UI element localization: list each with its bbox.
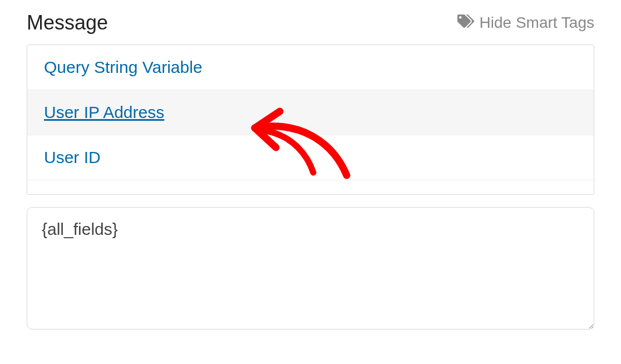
smart-tag-item[interactable]: User IP Address (27, 90, 594, 135)
message-textarea[interactable] (27, 207, 594, 329)
section-title: Message (27, 11, 108, 35)
smart-tag-item[interactable]: User ID (27, 135, 594, 180)
smart-tag-item[interactable]: Query String Variable (27, 45, 594, 90)
hide-smart-tags-label: Hide Smart Tags (480, 14, 594, 32)
section-header: Message Hide Smart Tags (27, 11, 594, 35)
smart-tags-list[interactable]: Query String Variable User IP Address Us… (27, 45, 594, 195)
hide-smart-tags-button[interactable]: Hide Smart Tags (457, 13, 594, 33)
smart-tag-item[interactable] (27, 180, 594, 193)
tags-icon (457, 13, 474, 33)
